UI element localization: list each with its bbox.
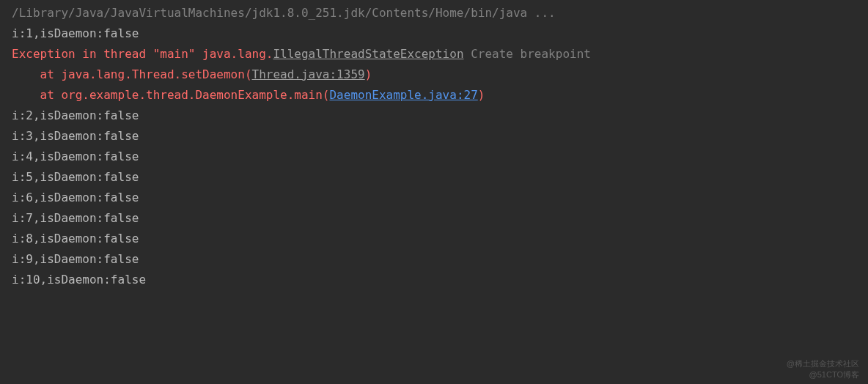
- create-breakpoint-button[interactable]: Create breakpoint: [464, 47, 591, 61]
- stack-frame: at java.lang.Thread.setDaemon(Thread.jav…: [0, 64, 868, 85]
- stack-source-link[interactable]: Thread.java:1359: [252, 67, 365, 81]
- output-line: i:4,isDaemon:false: [0, 147, 868, 167]
- stack-at-prefix: at org.example.thread.DaemonExample.main…: [40, 88, 330, 102]
- stack-source-link[interactable]: DaemonExample.java:27: [329, 88, 477, 102]
- output-after-container: i:2,isDaemon:falsei:3,isDaemon:falsei:4,…: [0, 106, 868, 290]
- watermark-line2: @51CTO博客: [787, 369, 859, 380]
- watermark-line1: @稀土掘金技术社区: [787, 358, 859, 369]
- stack-frame: at org.example.thread.DaemonExample.main…: [0, 85, 868, 106]
- output-line: i:9,isDaemon:false: [0, 249, 868, 270]
- output-line: i:1,isDaemon:false: [0, 23, 868, 44]
- command-line: /Library/Java/JavaVirtualMachines/jdk1.8…: [0, 3, 868, 23]
- stack-at-prefix: at java.lang.Thread.setDaemon(: [40, 67, 252, 81]
- output-line: i:6,isDaemon:false: [0, 188, 868, 208]
- stack-trace-container: at java.lang.Thread.setDaemon(Thread.jav…: [0, 64, 868, 106]
- stack-suffix: ): [478, 88, 485, 102]
- output-line: i:10,isDaemon:false: [0, 270, 868, 290]
- stack-suffix: ): [365, 67, 372, 81]
- stack-indent: [12, 67, 40, 81]
- stack-indent: [12, 88, 40, 102]
- output-line: i:8,isDaemon:false: [0, 229, 868, 249]
- exception-line: Exception in thread "main" java.lang.Ill…: [0, 44, 868, 64]
- output-line: i:2,isDaemon:false: [0, 106, 868, 126]
- output-line: i:7,isDaemon:false: [0, 208, 868, 229]
- exception-class-link[interactable]: IllegalThreadStateException: [273, 47, 463, 61]
- output-line: i:3,isDaemon:false: [0, 126, 868, 147]
- exception-prefix: Exception in thread "main" java.lang.: [12, 47, 273, 61]
- output-line: i:5,isDaemon:false: [0, 167, 868, 188]
- watermark: @稀土掘金技术社区 @51CTO博客: [787, 358, 859, 380]
